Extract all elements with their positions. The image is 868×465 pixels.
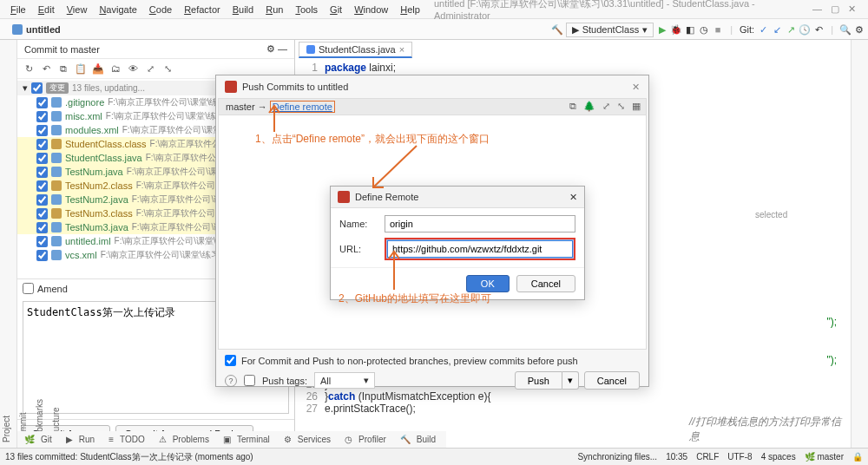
maximize-icon[interactable]: ▢ bbox=[831, 3, 839, 15]
tw-commit[interactable]: Commit bbox=[18, 45, 28, 442]
expand-icon[interactable]: ⤢ bbox=[602, 101, 610, 112]
git-pull-icon[interactable]: ↙ bbox=[772, 24, 782, 35]
tab-build[interactable]: 🔨 Build bbox=[397, 433, 443, 446]
remote-name-input[interactable] bbox=[385, 215, 575, 232]
tw-bookmarks[interactable]: Bookmarks bbox=[35, 45, 44, 442]
file-name: .gitignore bbox=[65, 97, 104, 108]
hammer-icon[interactable]: 🔨 bbox=[552, 24, 562, 35]
define-remote-dialog: Define Remote ✕ Name: URL: OK Cancel bbox=[330, 186, 585, 300]
app-icon bbox=[338, 191, 350, 203]
tab-run[interactable]: ▶ Run bbox=[62, 433, 102, 446]
status-branch[interactable]: 🌿 master bbox=[805, 452, 844, 462]
minimize-icon[interactable]: — bbox=[812, 3, 822, 15]
close-icon[interactable]: ✕ bbox=[848, 3, 856, 15]
cancel-button[interactable]: Cancel bbox=[516, 275, 575, 292]
search-icon[interactable]: 🔍 bbox=[840, 24, 851, 35]
menu-edit[interactable]: Edit bbox=[33, 3, 60, 16]
status-line-sep[interactable]: CRLF bbox=[696, 452, 719, 462]
menu-view[interactable]: View bbox=[62, 3, 93, 16]
file-name: modules.xml bbox=[65, 125, 119, 135]
tree-icon[interactable]: 🌲 bbox=[583, 101, 595, 112]
menu-navigate[interactable]: Navigate bbox=[94, 3, 141, 16]
profiler-icon[interactable]: ◷ bbox=[699, 24, 709, 35]
lock-icon[interactable]: 🔒 bbox=[852, 452, 863, 462]
menu-code[interactable]: Code bbox=[144, 3, 177, 16]
coverage-icon[interactable]: ◧ bbox=[685, 24, 695, 35]
tab-problems[interactable]: ⚠ Problems bbox=[155, 433, 216, 446]
push-tags-checkbox[interactable] bbox=[244, 375, 255, 386]
status-indent[interactable]: 4 spaces bbox=[761, 452, 796, 462]
hide-icon[interactable]: — bbox=[278, 43, 287, 54]
menu-git[interactable]: Git bbox=[325, 3, 347, 16]
menu-help[interactable]: Help bbox=[395, 3, 425, 16]
file-name: TestNum3.java bbox=[65, 222, 128, 232]
file-name: misc.xml bbox=[65, 111, 102, 121]
run-icon[interactable]: ▶ bbox=[657, 24, 667, 35]
view-icon[interactable]: 👁 bbox=[127, 62, 139, 75]
chevron-down-icon: ▾ bbox=[642, 24, 648, 36]
tab-terminal[interactable]: ▣ Terminal bbox=[220, 433, 277, 446]
close-tab-icon[interactable]: × bbox=[399, 44, 404, 55]
status-message: 13 files committed: StudentClass第一次上传记录 … bbox=[5, 451, 253, 463]
push-button[interactable]: Push bbox=[515, 371, 562, 390]
collapse-icon[interactable]: ⤡ bbox=[617, 101, 625, 112]
diff-window-icon[interactable]: ⧉ bbox=[569, 101, 576, 112]
git-update-icon[interactable]: ✓ bbox=[758, 24, 768, 35]
file-name: StudentClass.class bbox=[65, 139, 147, 149]
gear-icon[interactable]: ⚙ bbox=[266, 43, 275, 54]
tab-profiler[interactable]: ◷ Profiler bbox=[341, 433, 393, 446]
project-tab[interactable]: untitled bbox=[5, 23, 68, 36]
project-label: untitled bbox=[26, 24, 61, 35]
menu-window[interactable]: Window bbox=[349, 3, 393, 16]
group-icon[interactable]: ▦ bbox=[632, 101, 641, 112]
file-name: untitled.iml bbox=[65, 236, 111, 246]
tw-structure[interactable]: Structure bbox=[51, 45, 61, 442]
remote-url-input[interactable] bbox=[387, 240, 573, 258]
define-remote-link[interactable]: Define remote bbox=[270, 101, 335, 113]
push-dropdown[interactable]: ▾ bbox=[562, 371, 579, 390]
close-icon[interactable]: ✕ bbox=[569, 192, 577, 203]
run-config-label: StudentClass bbox=[582, 24, 639, 35]
run-config-selector[interactable]: ▶ StudentClass ▾ bbox=[566, 23, 654, 37]
push-cancel-button[interactable]: Cancel bbox=[584, 371, 640, 390]
git-push-icon[interactable]: ↗ bbox=[786, 24, 796, 35]
preview-checkbox[interactable] bbox=[225, 355, 236, 366]
git-history-icon[interactable]: 🕓 bbox=[799, 24, 810, 35]
push-tags-select[interactable]: All ▾ bbox=[314, 372, 375, 389]
git-rollback-icon[interactable]: ↶ bbox=[813, 24, 824, 35]
tab-label: StudentClass.java bbox=[319, 44, 396, 55]
tab-services[interactable]: ⚙ Services bbox=[280, 433, 338, 446]
menu-build[interactable]: Build bbox=[227, 3, 259, 16]
changes-meta: 13 files, updating... bbox=[72, 83, 145, 93]
url-label: URL: bbox=[339, 244, 378, 254]
file-name: vcs.xml bbox=[65, 250, 97, 260]
shelve-icon[interactable]: 📥 bbox=[92, 62, 104, 75]
project-icon bbox=[12, 24, 23, 35]
file-icon bbox=[306, 45, 315, 54]
collapse-icon[interactable]: ⤡ bbox=[161, 62, 174, 75]
status-pos[interactable]: 10:35 bbox=[666, 452, 687, 462]
menu-file[interactable]: File bbox=[5, 3, 31, 16]
ok-button[interactable]: OK bbox=[466, 275, 510, 292]
file-name: TestNum3.class bbox=[65, 208, 133, 219]
changelist-icon[interactable]: 📋 bbox=[75, 62, 87, 75]
tab-todo[interactable]: ≡ TODO bbox=[105, 433, 152, 446]
expand-icon[interactable]: ⤢ bbox=[144, 62, 156, 75]
left-toolwindow-bar: Project Commit Bookmarks Structure bbox=[0, 40, 17, 448]
help-icon[interactable]: ? bbox=[225, 375, 237, 387]
file-name: TestNum.java bbox=[65, 167, 123, 177]
tab-git[interactable]: 🌿 Git bbox=[21, 433, 59, 446]
debug-icon[interactable]: 🐞 bbox=[671, 24, 681, 35]
editor-tab[interactable]: StudentClass.java × bbox=[299, 42, 412, 58]
menu-tools[interactable]: Tools bbox=[290, 3, 323, 16]
menu-run[interactable]: Run bbox=[260, 3, 288, 16]
stop-icon[interactable]: ■ bbox=[713, 24, 723, 35]
bottom-tool-tabs: 🌿 Git ▶ Run ≡ TODO ⚠ Problems ▣ Terminal… bbox=[17, 431, 446, 448]
status-encoding[interactable]: UTF-8 bbox=[727, 452, 752, 462]
tw-project[interactable]: Project bbox=[2, 45, 11, 442]
group-icon[interactable]: 🗂 bbox=[109, 62, 122, 75]
settings-icon[interactable]: ⚙ bbox=[854, 24, 865, 35]
right-toolwindow-bar bbox=[851, 40, 868, 448]
menu-refactor[interactable]: Refactor bbox=[179, 3, 226, 16]
close-icon[interactable]: ✕ bbox=[632, 82, 640, 93]
